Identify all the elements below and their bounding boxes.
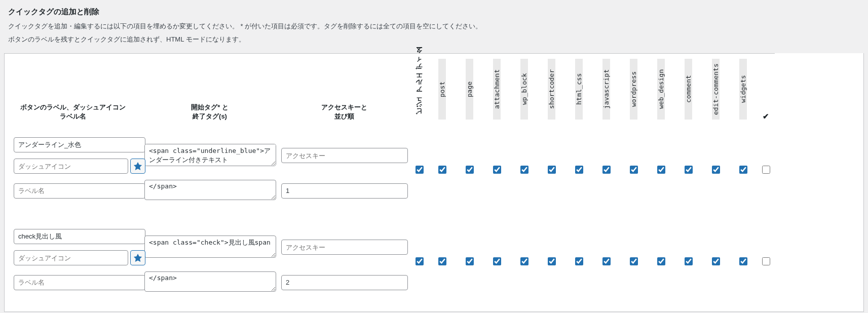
post-type-checkbox-web_design[interactable] xyxy=(657,257,665,265)
button-label-input[interactable] xyxy=(14,137,145,152)
post-type-checkbox-edit-comments[interactable] xyxy=(712,166,720,174)
quicktags-table-wrap: ボタンのラベル、ダッシュアイコン ラベル名 開始タグ* と 終了タグ(s) アク… xyxy=(4,53,864,312)
post-type-checkbox-wordpress[interactable] xyxy=(630,257,638,265)
visual-editor-checkbox[interactable] xyxy=(416,166,424,174)
post-type-checkbox-wp_block[interactable] xyxy=(520,257,529,265)
post-type-checkbox-post[interactable] xyxy=(438,166,446,174)
post-type-checkbox-attachment[interactable] xyxy=(493,257,501,265)
order-input[interactable] xyxy=(281,183,408,199)
header-check-all: ✔ xyxy=(757,54,775,129)
page-title: クイックタグの追加と削除 xyxy=(0,0,868,20)
post-type-checkbox-html_css[interactable] xyxy=(575,257,583,265)
dashicons-icon xyxy=(133,162,142,171)
post-type-checkbox-javascript[interactable] xyxy=(602,166,611,174)
dashicon-picker-button[interactable] xyxy=(130,159,145,174)
header-post-type-wordpress: wordpress xyxy=(620,54,647,129)
open-tag-textarea[interactable] xyxy=(144,236,276,258)
post-type-checkbox-shortcoder[interactable] xyxy=(548,257,556,265)
quicktags-table: ボタンのラベル、ダッシュアイコン ラベル名 開始タグ* と 終了タグ(s) アク… xyxy=(5,53,863,296)
post-type-checkbox-page[interactable] xyxy=(466,166,474,174)
button-label-input[interactable] xyxy=(14,229,145,244)
header-post-type-web_design: web_design xyxy=(647,54,674,129)
dashicon-picker-button[interactable] xyxy=(130,250,145,265)
post-type-checkbox-comment[interactable] xyxy=(685,166,693,174)
header-post-type-attachment: attachment xyxy=(483,54,510,129)
header-post-type-javascript: javascript xyxy=(592,54,620,129)
post-type-checkbox-edit-comments[interactable] xyxy=(712,257,720,265)
post-type-checkbox-web_design[interactable] xyxy=(657,166,665,174)
header-post-type-shortcoder: shortcoder xyxy=(538,54,565,129)
header-post-type-wp_block: wp_block xyxy=(510,54,538,129)
post-type-checkbox-html_css[interactable] xyxy=(575,166,583,174)
access-key-input[interactable] xyxy=(281,148,408,163)
visual-editor-checkbox[interactable] xyxy=(416,257,424,265)
close-tag-textarea[interactable] xyxy=(144,271,276,292)
post-type-checkbox-attachment[interactable] xyxy=(493,166,501,174)
header-access: アクセスキーと 並び順 xyxy=(278,54,410,129)
header-post-type-html_css: html_css xyxy=(565,54,592,129)
post-type-checkbox-javascript[interactable] xyxy=(602,257,611,265)
description-line-1: クイックタグを追加・編集するには以下の項目を埋めるか変更してください。 * が付… xyxy=(0,20,868,33)
check-all-row-checkbox[interactable] xyxy=(762,257,770,265)
post-type-checkbox-wordpress[interactable] xyxy=(630,166,638,174)
post-type-checkbox-shortcoder[interactable] xyxy=(548,166,556,174)
header-label: ボタンのラベル、ダッシュアイコン ラベル名 xyxy=(5,54,141,129)
access-key-input[interactable] xyxy=(281,240,408,255)
post-type-checkbox-wp_block[interactable] xyxy=(520,166,529,174)
dashicon-input[interactable] xyxy=(14,159,128,174)
dashicons-icon xyxy=(133,253,142,262)
post-type-checkbox-widgets[interactable] xyxy=(739,166,747,174)
header-post-type-post: post xyxy=(428,54,456,129)
label-name-input[interactable] xyxy=(14,183,145,199)
description-line-2: ボタンのラベルを残すとクイックタグに追加されず、HTML モードになります。 xyxy=(0,33,868,46)
header-visual-editor: ビジュアルエディター xyxy=(410,54,428,129)
post-type-checkbox-post[interactable] xyxy=(438,257,446,265)
header-tags: 開始タグ* と 終了タグ(s) xyxy=(141,54,278,129)
order-input[interactable] xyxy=(281,275,408,290)
label-name-input[interactable] xyxy=(14,275,145,290)
close-tag-textarea[interactable] xyxy=(144,180,276,200)
check-all-row-checkbox[interactable] xyxy=(762,166,770,174)
header-post-type-widgets: widgets xyxy=(729,54,757,129)
dashicon-input[interactable] xyxy=(14,250,128,265)
header-post-type-edit-comments: edit-comments xyxy=(702,54,729,129)
post-type-checkbox-page[interactable] xyxy=(466,257,474,265)
post-type-checkbox-widgets[interactable] xyxy=(739,257,747,265)
header-post-type-comment: comment xyxy=(674,54,702,129)
open-tag-textarea[interactable] xyxy=(144,144,276,166)
post-type-checkbox-comment[interactable] xyxy=(685,257,693,265)
header-post-type-page: page xyxy=(456,54,483,129)
